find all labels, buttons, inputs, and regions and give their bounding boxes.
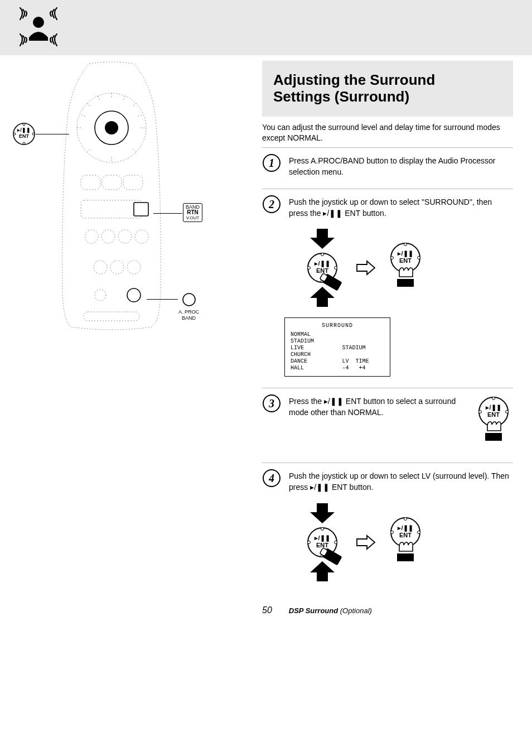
svg-point-0 — [33, 17, 44, 28]
svg-marker-73 — [310, 561, 335, 581]
svg-marker-72 — [310, 503, 335, 523]
svg-point-84 — [404, 517, 407, 520]
svg-point-46 — [308, 267, 311, 269]
svg-point-78 — [335, 541, 337, 543]
svg-point-27 — [85, 230, 98, 243]
step-4: 4 Push the joystick up or down to select… — [262, 469, 513, 582]
aproc-band-button-icon: A. PROC BAND — [178, 292, 199, 321]
svg-text:ENT: ENT — [487, 411, 500, 418]
step-1-text: Press A.PROC/BAND button to display the … — [289, 153, 513, 177]
svg-text:ENT: ENT — [316, 267, 328, 274]
svg-point-30 — [135, 230, 148, 243]
svg-point-53 — [404, 243, 407, 246]
svg-text:▸/❚❚: ▸/❚❚ — [397, 524, 413, 532]
svg-marker-42 — [310, 287, 335, 307]
svg-marker-41 — [310, 229, 335, 249]
svg-rect-59 — [397, 279, 414, 287]
svg-point-65 — [479, 411, 482, 413]
section-subtitle: You can adjust the surround level and de… — [262, 122, 513, 144]
title-line-1: Adjusting the Surround — [273, 72, 505, 89]
svg-rect-22 — [81, 175, 100, 190]
svg-point-2 — [23, 123, 25, 126]
remote-illustration: ▸/❚❚ ENT BAND RTN V.OUT A. PROC BAND — [56, 61, 257, 336]
svg-point-77 — [308, 541, 311, 543]
svg-point-31 — [94, 261, 107, 274]
svg-point-75 — [321, 527, 324, 530]
step-number-1-icon: 1 — [262, 153, 281, 172]
svg-text:▸/❚❚: ▸/❚❚ — [485, 404, 501, 411]
svg-point-3 — [23, 142, 25, 145]
step-3: 3 Press the ▸/❚❚ ENT button to select a … — [262, 394, 513, 451]
step-2: 2 Push the joystick up or down to select… — [262, 195, 513, 377]
arrow-right-icon — [356, 535, 376, 552]
svg-text:ENT: ENT — [316, 542, 328, 548]
svg-text:1: 1 — [269, 157, 274, 169]
svg-point-47 — [335, 267, 337, 269]
svg-point-35 — [127, 288, 141, 302]
step-number-2-icon: 2 — [262, 195, 281, 214]
svg-text:▸/❚❚: ▸/❚❚ — [314, 535, 330, 542]
svg-point-6 — [183, 293, 195, 306]
svg-point-44 — [321, 253, 324, 256]
svg-point-87 — [418, 531, 420, 533]
page-footer: 50 DSP Surround (Optional) — [262, 605, 513, 615]
svg-point-63 — [492, 397, 495, 400]
footer-section-bold: DSP Surround — [289, 606, 338, 615]
svg-point-28 — [101, 230, 115, 243]
svg-text:ENT: ENT — [399, 257, 412, 264]
svg-point-56 — [418, 257, 420, 259]
svg-point-66 — [506, 411, 509, 413]
svg-text:2: 2 — [268, 198, 274, 210]
surround-person-icon — [13, 7, 64, 49]
section-title-box: Adjusting the Surround Settings (Surroun… — [262, 61, 513, 117]
ent-press-icon: ▸/❚❚ ENT — [386, 240, 425, 297]
ent-press-icon: ▸/❚❚ ENT — [386, 514, 425, 572]
step-2-text: Push the joystick up or down to select "… — [289, 195, 513, 219]
arrow-right-icon — [356, 260, 376, 277]
svg-line-19 — [123, 96, 125, 101]
step-3-text: Press the ▸/❚❚ ENT button to select a su… — [289, 394, 466, 418]
footer-section-rest: (Optional) — [340, 606, 372, 615]
svg-text:4: 4 — [268, 472, 274, 484]
svg-rect-23 — [102, 175, 122, 190]
svg-text:▸/❚❚: ▸/❚❚ — [314, 260, 330, 267]
ent-press-icon: ▸/❚❚ ENT — [474, 394, 513, 451]
svg-text:▸/❚❚: ▸/❚❚ — [397, 250, 413, 257]
svg-point-32 — [110, 261, 124, 274]
svg-point-9 — [105, 121, 118, 134]
svg-line-18 — [98, 96, 100, 101]
band-rtn-vout-button-icon: BAND RTN V.OUT — [183, 203, 202, 222]
step-number-3-icon: 3 — [262, 394, 281, 413]
svg-line-20 — [81, 115, 86, 117]
joystick-up-down-icon: ▸/❚❚ ENT — [296, 229, 346, 309]
svg-text:ENT: ENT — [399, 532, 412, 538]
svg-rect-24 — [123, 175, 143, 190]
svg-rect-90 — [397, 553, 414, 561]
display-screen: SURROUND NORMAL STADIUM LIVE CHURCH DANC… — [284, 317, 390, 377]
page-number: 50 — [262, 605, 272, 615]
ent-label: ENT — [12, 133, 36, 139]
svg-rect-25 — [81, 200, 142, 218]
svg-text:3: 3 — [268, 397, 274, 410]
svg-line-14 — [87, 103, 91, 107]
svg-rect-26 — [134, 203, 148, 216]
title-line-2: Settings (Surround) — [273, 89, 505, 105]
svg-point-34 — [95, 290, 106, 301]
play-pause-label: ▸/❚❚ — [12, 127, 36, 133]
svg-rect-69 — [485, 433, 502, 441]
screen-title: SURROUND — [291, 322, 384, 329]
svg-point-86 — [391, 531, 394, 533]
svg-point-55 — [391, 257, 394, 259]
step-1: 1 Press A.PROC/BAND button to display th… — [262, 153, 513, 177]
step-4-text: Push the joystick up or down to select L… — [289, 469, 513, 493]
step-number-4-icon: 4 — [262, 469, 281, 488]
joystick-up-down-icon: ▸/❚❚ ENT — [296, 503, 346, 583]
svg-line-16 — [87, 148, 91, 152]
svg-line-21 — [137, 115, 142, 117]
svg-point-33 — [127, 261, 141, 274]
svg-line-15 — [132, 103, 136, 107]
svg-rect-36 — [84, 312, 139, 321]
svg-point-29 — [118, 230, 132, 243]
header-banner — [0, 0, 532, 55]
svg-line-17 — [132, 148, 136, 152]
